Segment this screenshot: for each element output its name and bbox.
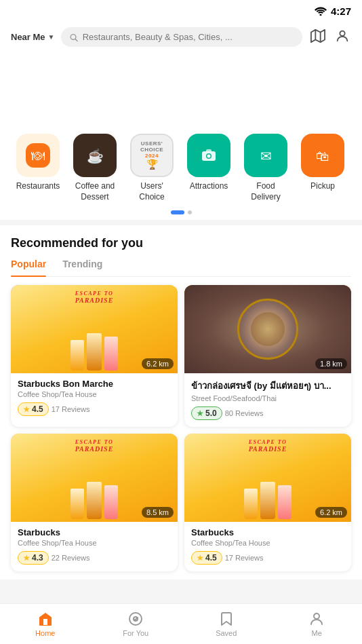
card-starbucks-2[interactable]: ESCAPE TO PARADISE 8.5 km Starbucks Coff… bbox=[11, 434, 178, 571]
card-image-seafood: 1.8 km bbox=[184, 285, 351, 373]
nav-saved[interactable]: Saved bbox=[181, 604, 272, 644]
distance-badge-3: 8.5 km bbox=[142, 507, 174, 518]
section-title: Recommended for you bbox=[11, 236, 351, 250]
location-label: Near Me bbox=[11, 32, 45, 42]
category-item-coffee-dessert[interactable]: ☕ Coffee andDessert bbox=[68, 131, 122, 205]
card-starbucks-bon-marche[interactable]: ESCAPE TO PARADISE 6.2 km Starbucks Bon … bbox=[11, 285, 178, 427]
nav-me-label: Me bbox=[312, 629, 322, 637]
svg-line-2 bbox=[76, 39, 78, 41]
food-delivery-icon: ✉ bbox=[244, 134, 287, 177]
category-item-restaurants[interactable]: 🍽 Restaurants bbox=[11, 131, 65, 205]
star-icon-1: ★ bbox=[23, 405, 30, 414]
card-title-3: Starbucks bbox=[18, 527, 171, 537]
reviews-4: 17 Reviews bbox=[225, 554, 264, 562]
card-body-2: ข้าวกล่องเศรษจี (by มีแต่หอยๆ) บา... Str… bbox=[184, 373, 351, 427]
card-rating-4: ★ 4.5 17 Reviews bbox=[191, 551, 344, 565]
card-body-3: Starbucks Coffee Shop/Tea House ★ 4.3 22… bbox=[11, 522, 178, 571]
reviews-2: 80 Reviews bbox=[225, 409, 264, 417]
card-title-1: Starbucks Bon Marche bbox=[18, 379, 171, 389]
card-subtitle-3: Coffee Shop/Tea House bbox=[18, 539, 171, 547]
dot-1 bbox=[171, 210, 184, 214]
category-scroll: 🍽 Restaurants ☕ Coffee andDessert USERS'… bbox=[0, 131, 362, 205]
search-input[interactable] bbox=[83, 32, 294, 42]
rating-badge-1: ★ 4.5 bbox=[18, 402, 49, 416]
search-bar-container bbox=[61, 27, 302, 47]
svg-rect-15 bbox=[206, 149, 212, 153]
distance-badge-1: 6.2 km bbox=[142, 358, 174, 369]
profile-button[interactable] bbox=[334, 27, 351, 47]
chevron-down-icon: ▼ bbox=[48, 33, 55, 41]
card-rating-3: ★ 4.3 22 Reviews bbox=[18, 551, 171, 565]
wifi-icon bbox=[315, 7, 327, 16]
card-image-starbucks-2: ESCAPE TO PARADISE 8.5 km bbox=[11, 434, 178, 522]
search-icon bbox=[69, 33, 78, 42]
distance-badge-2: 1.8 km bbox=[315, 358, 347, 369]
cards-grid: ESCAPE TO PARADISE 6.2 km Starbucks Bon … bbox=[0, 277, 362, 580]
tab-popular[interactable]: Popular bbox=[11, 259, 46, 276]
svg-text:🍽: 🍽 bbox=[31, 148, 45, 163]
coffee-dessert-icon: ☕ bbox=[73, 134, 117, 177]
card-starbucks-3[interactable]: ESCAPE TO PARADISE 6.2 km Starbucks Coff… bbox=[184, 434, 351, 571]
header-icons bbox=[309, 27, 351, 47]
map-icon bbox=[310, 29, 325, 43]
rating-badge-2: ★ 5.0 bbox=[191, 406, 222, 420]
distance-badge-4: 6.2 km bbox=[315, 507, 347, 518]
category-item-users-choice[interactable]: USERS' CHOICE 2024 🏆 Users'Choice bbox=[125, 131, 179, 205]
map-button[interactable] bbox=[309, 27, 327, 47]
rating-badge-3: ★ 4.3 bbox=[18, 551, 49, 565]
home-icon bbox=[37, 611, 54, 627]
rating-value-4: 4.5 bbox=[205, 553, 217, 563]
saved-icon bbox=[218, 611, 235, 627]
reviews-3: 22 Reviews bbox=[52, 554, 90, 562]
svg-point-6 bbox=[340, 31, 344, 36]
recommended-section: Recommended for you Popular Trending bbox=[0, 225, 362, 277]
location-button[interactable]: Near Me ▼ bbox=[11, 32, 54, 42]
svg-text:🛍: 🛍 bbox=[316, 149, 329, 164]
card-subtitle-1: Coffee Shop/Tea House bbox=[18, 390, 171, 398]
me-icon bbox=[308, 611, 325, 627]
nav-for-you-label: For You bbox=[123, 629, 148, 637]
svg-text:✉: ✉ bbox=[260, 149, 272, 164]
carousel-dots bbox=[0, 210, 362, 214]
nav-me[interactable]: Me bbox=[272, 604, 363, 644]
rating-value-1: 4.5 bbox=[32, 404, 43, 414]
dot-2 bbox=[188, 210, 192, 214]
card-rating-1: ★ 4.5 17 Reviews bbox=[18, 402, 171, 416]
card-body-4: Starbucks Coffee Shop/Tea House ★ 4.5 17… bbox=[184, 522, 351, 571]
users-choice-label: Users'Choice bbox=[139, 181, 164, 202]
header: Near Me ▼ bbox=[0, 22, 362, 55]
category-item-attractions[interactable]: Attractions bbox=[182, 131, 236, 205]
bottom-nav: Home For You Saved Me bbox=[0, 603, 362, 644]
card-subtitle-4: Coffee Shop/Tea House bbox=[191, 539, 344, 547]
pickup-icon: 🛍 bbox=[301, 134, 344, 177]
svg-point-14 bbox=[207, 155, 211, 158]
food-delivery-label: FoodDelivery bbox=[251, 181, 280, 202]
attractions-icon bbox=[187, 134, 230, 177]
card-rating-2: ★ 5.0 80 Reviews bbox=[191, 406, 344, 420]
card-title-2: ข้าวกล่องเศรษจี (by มีแต่หอยๆ) บา... bbox=[191, 379, 344, 393]
nav-for-you[interactable]: For You bbox=[91, 604, 182, 644]
hero-banner bbox=[0, 55, 362, 123]
tabs: Popular Trending bbox=[11, 259, 351, 277]
card-seafood[interactable]: 1.8 km ข้าวกล่องเศรษจี (by มีแต่หอยๆ) บา… bbox=[184, 285, 351, 427]
star-icon-4: ★ bbox=[197, 554, 203, 563]
card-image-starbucks: ESCAPE TO PARADISE 6.2 km bbox=[11, 285, 178, 373]
tab-trending[interactable]: Trending bbox=[62, 259, 102, 276]
restaurants-label: Restaurants bbox=[16, 181, 60, 192]
nav-saved-label: Saved bbox=[216, 629, 237, 637]
attractions-label: Attractions bbox=[190, 181, 228, 192]
card-body-1: Starbucks Bon Marche Coffee Shop/Tea Hou… bbox=[11, 373, 178, 423]
rating-value-3: 4.3 bbox=[32, 553, 43, 563]
card-subtitle-2: Street Food/Seafood/Thai bbox=[191, 394, 344, 402]
category-item-food-delivery[interactable]: ✉ FoodDelivery bbox=[239, 131, 293, 205]
svg-point-22 bbox=[314, 613, 319, 619]
category-section: 🍽 Restaurants ☕ Coffee andDessert USERS'… bbox=[0, 123, 362, 220]
pickup-label: Pickup bbox=[310, 181, 335, 192]
category-item-pickup[interactable]: 🛍 Pickup bbox=[296, 131, 350, 205]
card-title-4: Starbucks bbox=[191, 527, 344, 537]
star-icon-3: ★ bbox=[23, 554, 30, 563]
status-time: 4:27 bbox=[331, 5, 351, 17]
users-choice-icon: USERS' CHOICE 2024 🏆 bbox=[130, 134, 174, 177]
nav-home[interactable]: Home bbox=[0, 604, 91, 644]
rating-badge-4: ★ 4.5 bbox=[191, 551, 222, 565]
